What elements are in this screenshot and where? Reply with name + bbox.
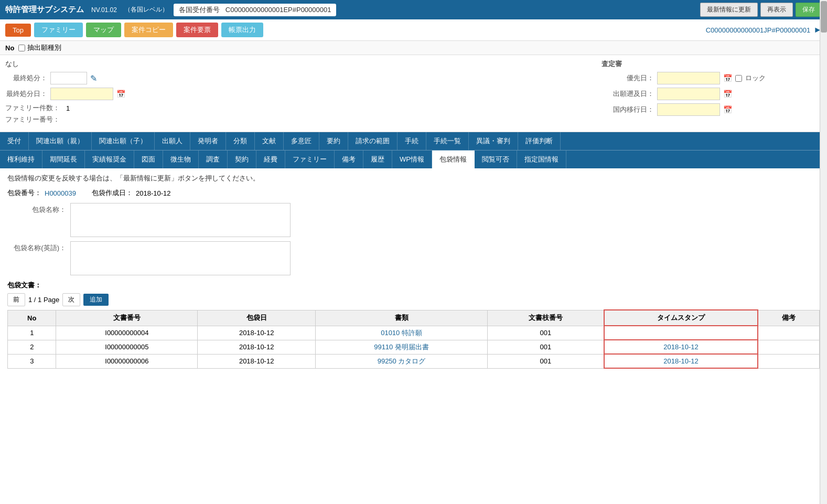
fukuro-name-input[interactable] — [70, 203, 291, 237]
tab-kikan[interactable]: 期間延長 — [42, 151, 85, 168]
fukuro-no-label: 包袋番号： — [7, 188, 41, 198]
family-count-label: ファミリー件数： — [5, 103, 60, 113]
tab-tetsuzuki[interactable]: 手続 — [398, 132, 426, 150]
copy-button[interactable]: 案件コピー — [124, 23, 173, 37]
tab-keiyaku[interactable]: 契約 — [228, 151, 256, 168]
tab-jisseki[interactable]: 実績報奨金 — [85, 151, 134, 168]
scroll-thumb[interactable] — [821, 1, 827, 33]
family-no-label: ファミリー番号： — [5, 115, 60, 124]
next-button[interactable]: 次 — [62, 293, 80, 306]
info-notice: 包袋情報の変更を反映する場合は、「最新情報に更新」ボタンを押してください。 — [7, 174, 820, 183]
save-button[interactable]: 保存 — [796, 3, 822, 17]
tab-youyaku[interactable]: 要約 — [319, 132, 348, 150]
table-cell: 2 — [8, 340, 56, 354]
tab-seikyuu[interactable]: 請求の範囲 — [348, 132, 398, 150]
tab-bunrui[interactable]: 分類 — [226, 132, 255, 150]
case-id-box: 各国受付番号 C00000000000001EP#P00000001 — [174, 4, 337, 16]
case-id-value: C00000000000001EP#P00000001 — [225, 6, 331, 14]
tab-hatsumei[interactable]: 発明者 — [190, 132, 226, 150]
saishu-bi-calendar-icon[interactable]: 📅 — [116, 90, 125, 98]
saishu-bi-input[interactable] — [50, 88, 113, 100]
table-cell — [604, 326, 758, 340]
table-cell: I00000000006 — [56, 354, 198, 368]
map-button[interactable]: マップ — [86, 23, 121, 37]
fukuro-date-label: 包袋作成日： — [92, 188, 133, 198]
add-button[interactable]: 追加 — [83, 294, 109, 306]
table-cell: 2018-10-12 — [198, 340, 316, 354]
table-cell: 001 — [488, 326, 604, 340]
shutsugan-label: 出願遡及日： — [602, 89, 654, 99]
saishu-input[interactable] — [50, 72, 87, 84]
yuusen-calendar-icon[interactable]: 📅 — [723, 74, 732, 82]
tab-kanren-parent[interactable]: 関連出願（親） — [29, 132, 92, 150]
filter-no-label: No — [5, 44, 14, 52]
header: 特許管理サブシステム NV.01.02 （各国レベル） 各国受付番号 C0000… — [0, 0, 827, 19]
col-timestamp: タイムスタンプ — [604, 310, 758, 326]
yuusen-input[interactable] — [657, 72, 720, 84]
navbar: Top ファミリー マップ 案件コピー 案件要票 帳票出力 C000000000… — [0, 19, 827, 41]
tab-family[interactable]: ファミリー — [285, 151, 335, 168]
col-memo: 備考 — [758, 310, 819, 326]
fukuro-name-en-input[interactable] — [70, 241, 291, 275]
col-date: 包袋日 — [198, 310, 316, 326]
tab-shutsuganin[interactable]: 出願人 — [155, 132, 190, 150]
tab-chousa[interactable]: 調査 — [199, 151, 228, 168]
table-cell: 001 — [488, 354, 604, 368]
table-cell: 2018-10-12 — [198, 326, 316, 340]
table-cell — [758, 354, 819, 368]
kokkai-input[interactable] — [657, 103, 720, 116]
tab-fukuro[interactable]: 包袋情報 — [432, 151, 475, 168]
fukuro-name-en-label: 包袋名称(英語)： — [7, 241, 70, 253]
header-buttons: 最新情報に更新 再表示 保存 — [700, 3, 822, 17]
table-row: 2I000000000052018-10-1299110 発明届出書001201… — [8, 340, 820, 354]
tab-zumen[interactable]: 図面 — [134, 151, 163, 168]
scrollbar[interactable] — [820, 0, 827, 374]
table-cell: 1 — [8, 326, 56, 340]
yuusen-label: 優先日： — [602, 73, 654, 83]
doc-section-title: 包袋文書： — [7, 281, 820, 290]
prev-button[interactable]: 前 — [7, 293, 25, 306]
tab-igi[interactable]: 異議・審判 — [469, 132, 518, 150]
tab-kenri[interactable]: 権利維持 — [0, 151, 42, 168]
tab-bar-2: 権利維持 期間延長 実績報奨金 図面 微生物 調査 契約 経費 ファミリー 備考… — [0, 150, 827, 168]
doc-type-link[interactable]: 99110 発明届出書 — [374, 343, 429, 351]
nav-link[interactable]: C00000000000001JP#P00000001 — [706, 26, 811, 34]
table-cell: 3 — [8, 354, 56, 368]
filter-checkbox[interactable] — [18, 45, 25, 51]
tab-tetsuzuki-list[interactable]: 手続一覧 — [426, 132, 469, 150]
lock-checkbox[interactable] — [735, 75, 742, 82]
tab-kanren-child[interactable]: 関連出願（子） — [92, 132, 155, 150]
app-version: NV.01.02 — [91, 6, 117, 14]
tab-bunkenn[interactable]: 文献 — [255, 132, 284, 150]
doc-type-link[interactable]: 01010 特許願 — [381, 329, 422, 337]
timestamp-link[interactable]: 2018-10-12 — [663, 357, 699, 365]
family-button[interactable]: ファミリー — [34, 23, 83, 37]
tab-shiteikoku[interactable]: 指定国情報 — [517, 151, 566, 168]
tab-rireki[interactable]: 履歴 — [363, 151, 392, 168]
tab-biseibutsu[interactable]: 微生物 — [163, 151, 199, 168]
timestamp-link[interactable]: 2018-10-12 — [663, 343, 699, 351]
tab-uketsuke[interactable]: 受付 — [0, 132, 29, 150]
doc-type-link[interactable]: 99250 カタログ — [378, 357, 426, 365]
edit-icon[interactable]: ✎ — [90, 73, 97, 83]
tab-bikou[interactable]: 備考 — [335, 151, 363, 168]
kokkai-calendar-icon[interactable]: 📅 — [723, 105, 732, 114]
summary-button[interactable]: 案件要票 — [176, 23, 218, 37]
tab-wp[interactable]: WP情報 — [392, 151, 432, 168]
top-button[interactable]: Top — [5, 24, 31, 37]
refresh-button[interactable]: 再表示 — [760, 3, 793, 17]
shutsugan-calendar-icon[interactable]: 📅 — [723, 90, 732, 98]
tab-keihi[interactable]: 経費 — [256, 151, 285, 168]
tab-hyouka[interactable]: 評価判断 — [518, 132, 561, 150]
tab-bar-1: 受付 関連出願（親） 関連出願（子） 出願人 発明者 分類 文献 多意匠 要約 … — [0, 132, 827, 150]
table-cell: I00000000005 — [56, 340, 198, 354]
tab-taishi[interactable]: 多意匠 — [284, 132, 319, 150]
tab-etsuran[interactable]: 閲覧可否 — [475, 151, 517, 168]
shutsugan-input[interactable] — [657, 88, 720, 100]
doc-table: No 文書番号 包袋日 書類 文書枝番号 タイムスタンプ 備考 1I000000… — [7, 309, 820, 369]
report-button[interactable]: 帳票出力 — [221, 23, 263, 37]
update-button[interactable]: 最新情報に更新 — [700, 3, 758, 17]
filter-label: 抽出願種別 — [27, 43, 61, 52]
family-count-value: 1 — [66, 104, 70, 112]
fukuro-no-value[interactable]: H0000039 — [45, 189, 76, 197]
